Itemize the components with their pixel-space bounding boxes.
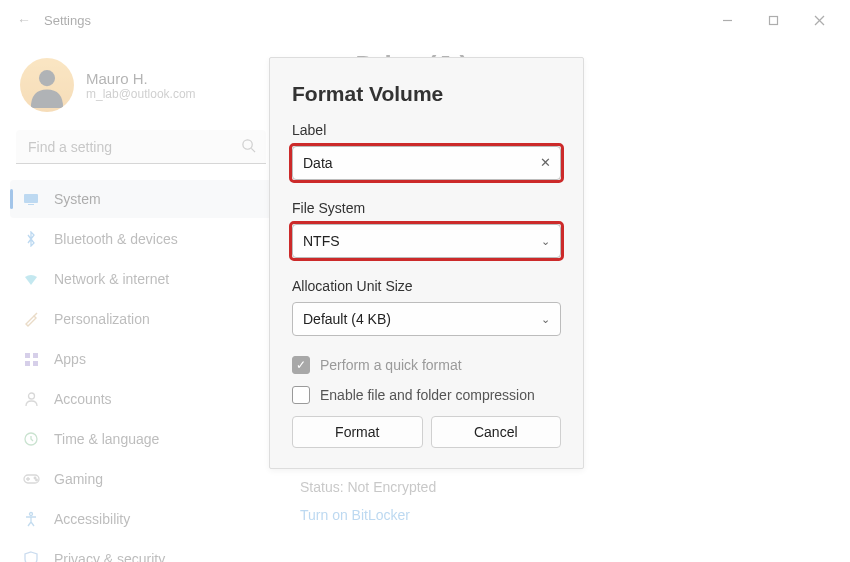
nav-list: SystemBluetooth & devicesNetwork & inter… (10, 180, 272, 562)
dialog-title: Format Volume (292, 82, 561, 106)
pc-icon (22, 191, 40, 207)
label-field-wrap: ✕ (292, 146, 561, 180)
nav-label: Accounts (54, 391, 112, 407)
allocation-field-wrap: Default (4 KB) ⌄ (292, 302, 561, 336)
svg-line-6 (251, 148, 255, 152)
svg-rect-7 (24, 194, 38, 203)
user-icon (22, 391, 40, 407)
quick-format-label: Perform a quick format (320, 357, 462, 373)
filesystem-select[interactable]: NTFS ⌄ (292, 224, 561, 258)
nav-label: Time & language (54, 431, 159, 447)
quick-format-checkbox: ✓ (292, 356, 310, 374)
game-icon (22, 472, 40, 486)
sidebar: Mauro H. m_lab@outlook.com SystemBluetoo… (0, 40, 282, 562)
nav-item-personalization[interactable]: Personalization (10, 300, 272, 338)
label-input[interactable] (292, 146, 561, 180)
svg-rect-1 (769, 16, 777, 24)
compression-checkbox[interactable] (292, 386, 310, 404)
nav-item-bluetooth-devices[interactable]: Bluetooth & devices (10, 220, 272, 258)
format-button[interactable]: Format (292, 416, 423, 448)
dialog-buttons: Format Cancel (292, 416, 561, 448)
avatar (20, 58, 74, 112)
nav-item-accounts[interactable]: Accounts (10, 380, 272, 418)
nav-item-privacy-security[interactable]: Privacy & security (10, 540, 272, 562)
user-name: Mauro H. (86, 70, 196, 87)
nav-label: System (54, 191, 101, 207)
svg-rect-9 (25, 353, 30, 358)
nav-label: Gaming (54, 471, 103, 487)
access-icon (22, 511, 40, 527)
cancel-button[interactable]: Cancel (431, 416, 562, 448)
nav-item-network-internet[interactable]: Network & internet (10, 260, 272, 298)
allocation-label: Allocation Unit Size (292, 278, 561, 294)
svg-rect-10 (33, 353, 38, 358)
label-field-label: Label (292, 122, 561, 138)
search-wrap (16, 130, 266, 164)
filesystem-field-wrap: NTFS ⌄ (292, 224, 561, 258)
window-controls (704, 4, 842, 36)
bitlocker-link[interactable]: Turn on BitLocker (300, 507, 842, 523)
nav-item-system[interactable]: System (10, 180, 272, 218)
search-icon (241, 138, 256, 157)
maximize-button[interactable] (750, 4, 796, 36)
svg-point-18 (30, 513, 33, 516)
chevron-down-icon: ⌄ (541, 235, 550, 248)
nav-item-gaming[interactable]: Gaming (10, 460, 272, 498)
nav-label: Apps (54, 351, 86, 367)
svg-rect-8 (28, 204, 34, 205)
close-button[interactable] (796, 4, 842, 36)
quick-format-row: ✓ Perform a quick format (292, 356, 561, 374)
nav-item-apps[interactable]: Apps (10, 340, 272, 378)
nav-item-accessibility[interactable]: Accessibility (10, 500, 272, 538)
svg-point-17 (35, 479, 37, 481)
nav-label: Network & internet (54, 271, 169, 287)
svg-point-13 (28, 393, 34, 399)
format-volume-dialog: Format Volume Label ✕ File System NTFS ⌄… (269, 57, 584, 469)
app-title: Settings (44, 13, 91, 28)
bt-icon (22, 231, 40, 247)
apps-icon (22, 352, 40, 367)
search-input[interactable] (16, 130, 266, 164)
svg-rect-11 (25, 361, 30, 366)
nav-item-time-language[interactable]: Time & language (10, 420, 272, 458)
chevron-down-icon: ⌄ (541, 313, 550, 326)
svg-point-4 (39, 70, 55, 86)
filesystem-value: NTFS (303, 233, 340, 249)
svg-rect-12 (33, 361, 38, 366)
allocation-value: Default (4 KB) (303, 311, 391, 327)
net-icon (22, 271, 40, 287)
allocation-select[interactable]: Default (4 KB) ⌄ (292, 302, 561, 336)
svg-point-16 (34, 477, 36, 479)
user-email: m_lab@outlook.com (86, 87, 196, 101)
title-bar: ← Settings (0, 0, 850, 40)
nav-label: Bluetooth & devices (54, 231, 178, 247)
brush-icon (22, 311, 40, 327)
svg-point-5 (243, 140, 252, 149)
shield-icon (22, 551, 40, 562)
profile[interactable]: Mauro H. m_lab@outlook.com (10, 50, 272, 130)
compression-row[interactable]: Enable file and folder compression (292, 386, 561, 404)
clear-icon[interactable]: ✕ (540, 155, 551, 170)
filesystem-label: File System (292, 200, 561, 216)
compression-label: Enable file and folder compression (320, 387, 535, 403)
back-button[interactable]: ← (8, 12, 40, 28)
nav-label: Personalization (54, 311, 150, 327)
minimize-button[interactable] (704, 4, 750, 36)
bitlocker-status: Status: Not Encrypted (300, 479, 842, 495)
nav-label: Accessibility (54, 511, 130, 527)
clock-icon (22, 431, 40, 447)
nav-label: Privacy & security (54, 551, 165, 562)
